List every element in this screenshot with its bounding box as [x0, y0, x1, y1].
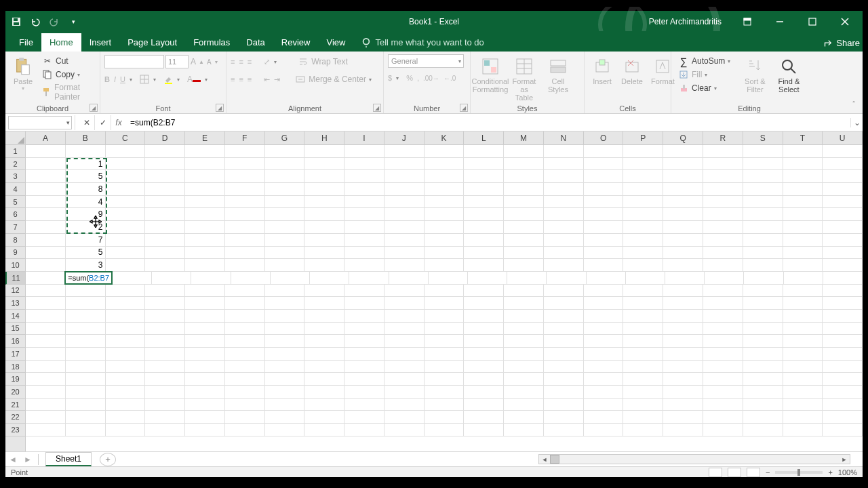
cell-K18[interactable]	[425, 361, 465, 373]
cell-Q2[interactable]	[663, 158, 703, 170]
cell-R4[interactable]	[703, 183, 743, 195]
row-header-11[interactable]: 11	[5, 272, 25, 285]
qat-customize-icon[interactable]: ▾	[65, 14, 81, 30]
cell-C10[interactable]	[106, 259, 146, 271]
cell-Q18[interactable]	[663, 361, 703, 373]
cell-D12[interactable]	[145, 285, 185, 297]
col-header-L[interactable]: L	[464, 131, 504, 144]
cell-M19[interactable]	[504, 373, 544, 385]
cell-T15[interactable]	[783, 323, 823, 335]
cell-A17[interactable]	[26, 348, 66, 360]
cell-E10[interactable]	[185, 259, 225, 271]
cell-K20[interactable]	[425, 386, 465, 398]
cell-F18[interactable]	[225, 361, 265, 373]
name-box[interactable]: ▾	[8, 116, 72, 129]
number-launcher[interactable]: ◢	[460, 104, 468, 112]
cell-Q19[interactable]	[663, 373, 703, 385]
cell-H13[interactable]	[304, 297, 344, 309]
cell-E1[interactable]	[185, 145, 225, 157]
cell-J12[interactable]	[384, 285, 425, 297]
fill-button[interactable]: Fill ▾	[675, 68, 736, 81]
cell-Q6[interactable]	[663, 208, 703, 220]
cell-P19[interactable]	[623, 373, 663, 385]
cell-Q10[interactable]	[663, 259, 703, 271]
cell-J1[interactable]	[384, 145, 425, 157]
tab-data[interactable]: Data	[238, 33, 273, 52]
cell-C6[interactable]	[106, 208, 146, 220]
cell-C14[interactable]	[106, 310, 146, 322]
cell-R11[interactable]	[705, 272, 744, 284]
cell-T18[interactable]	[783, 361, 823, 373]
cell-I22[interactable]	[344, 411, 384, 423]
col-header-B[interactable]: B	[66, 131, 106, 144]
bold-button[interactable]: B	[104, 75, 110, 83]
cell-C3[interactable]	[106, 170, 146, 182]
tab-view[interactable]: View	[318, 33, 353, 52]
cell-T13[interactable]	[783, 297, 823, 309]
cell-D4[interactable]	[145, 183, 185, 195]
cell-M11[interactable]	[507, 272, 547, 284]
cell-T10[interactable]	[783, 259, 823, 271]
cell-C12[interactable]	[106, 285, 146, 297]
row-header-3[interactable]: 3	[5, 170, 25, 183]
save-icon[interactable]	[8, 14, 24, 30]
cell-K23[interactable]	[425, 424, 465, 436]
cell-A23[interactable]	[26, 424, 66, 436]
cell-K10[interactable]	[425, 259, 465, 271]
cell-I13[interactable]	[344, 297, 384, 309]
cell-B12[interactable]	[66, 285, 106, 297]
underline-button[interactable]: U	[120, 75, 125, 83]
cell-J4[interactable]	[384, 183, 425, 195]
cell-A1[interactable]	[26, 145, 66, 157]
cell-U9[interactable]	[823, 247, 863, 259]
cell-R7[interactable]	[703, 221, 743, 233]
cell-N20[interactable]	[544, 386, 584, 398]
cell-H6[interactable]	[304, 208, 344, 220]
horizontal-scrollbar[interactable]: ◄►	[538, 454, 850, 464]
cell-B20[interactable]	[66, 386, 106, 398]
cell-J14[interactable]	[384, 310, 425, 322]
cell-E2[interactable]	[185, 158, 225, 170]
cell-S6[interactable]	[743, 208, 783, 220]
col-header-D[interactable]: D	[145, 131, 185, 144]
cell-Q15[interactable]	[663, 323, 703, 335]
cell-C21[interactable]	[106, 399, 146, 411]
cell-O23[interactable]	[584, 424, 624, 436]
cell-G1[interactable]	[265, 145, 305, 157]
cell-U18[interactable]	[823, 361, 863, 373]
cell-I2[interactable]	[344, 158, 384, 170]
row-header-9[interactable]: 9	[5, 247, 25, 260]
sort-filter-button[interactable]: Sort & Filter	[739, 54, 770, 95]
sheet-tab[interactable]: Sheet1	[45, 452, 92, 466]
cell-U23[interactable]	[823, 424, 863, 436]
cell-M12[interactable]	[504, 285, 544, 297]
fx-icon[interactable]: fx	[111, 118, 126, 127]
cell-B9[interactable]: 5	[66, 247, 106, 259]
find-select-button[interactable]: Find & Select	[773, 54, 804, 95]
cell-S20[interactable]	[743, 386, 783, 398]
cell-A7[interactable]	[26, 221, 66, 233]
cell-R5[interactable]	[703, 196, 743, 208]
cell-O2[interactable]	[584, 158, 624, 170]
cell-M10[interactable]	[504, 259, 544, 271]
dec-indent-icon[interactable]: ⇤	[264, 75, 270, 84]
cell-D6[interactable]	[145, 208, 185, 220]
cell-P18[interactable]	[623, 361, 663, 373]
cell-M8[interactable]	[504, 234, 544, 246]
cell-G19[interactable]	[265, 373, 305, 385]
col-header-G[interactable]: G	[265, 131, 305, 144]
cell-A14[interactable]	[26, 310, 66, 322]
cell-T20[interactable]	[783, 386, 823, 398]
cell-I14[interactable]	[344, 310, 384, 322]
maximize-button[interactable]	[799, 11, 826, 33]
cell-I21[interactable]	[344, 399, 384, 411]
cell-Q16[interactable]	[663, 335, 703, 347]
cell-G7[interactable]	[265, 221, 305, 233]
cell-T7[interactable]	[783, 221, 823, 233]
cell-A16[interactable]	[26, 335, 66, 347]
row-header-8[interactable]: 8	[5, 234, 25, 247]
cell-O19[interactable]	[584, 373, 624, 385]
cell-A6[interactable]	[26, 208, 66, 220]
cell-K13[interactable]	[425, 297, 465, 309]
cell-Q23[interactable]	[663, 424, 703, 436]
